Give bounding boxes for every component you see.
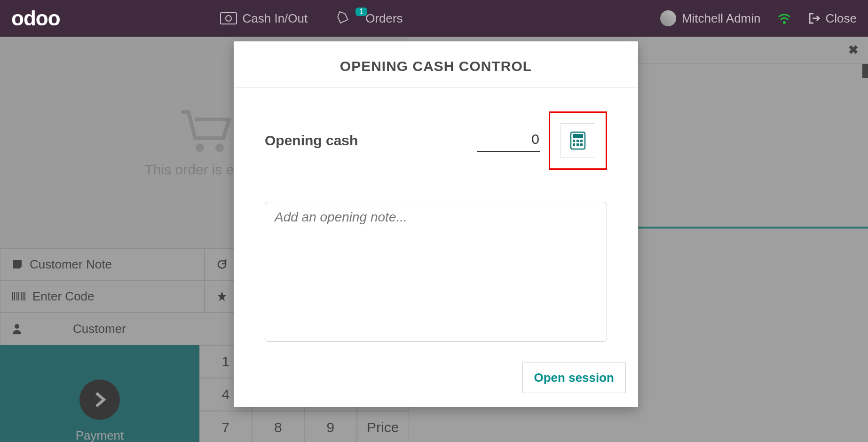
svg-rect-28 (580, 143, 583, 146)
modal-body: Opening cash (234, 88, 638, 353)
user-menu[interactable]: Mitchell Admin (660, 10, 761, 26)
close-button[interactable]: Close (808, 11, 857, 26)
tag-icon (336, 11, 350, 25)
svg-rect-22 (573, 134, 583, 138)
svg-point-2 (783, 21, 786, 24)
svg-point-1 (226, 16, 231, 21)
cash-icon (220, 12, 237, 24)
svg-rect-24 (576, 140, 579, 142)
svg-rect-23 (573, 140, 575, 142)
topbar-right: Mitchell Admin Close (660, 10, 857, 26)
opening-cash-row: Opening cash (265, 111, 607, 170)
svg-rect-26 (573, 143, 575, 146)
modal-footer: Open session (234, 353, 638, 407)
calculator-button[interactable] (560, 123, 595, 158)
cash-in-out[interactable]: Cash In/Out (220, 11, 308, 26)
cash-in-out-label: Cash In/Out (243, 11, 308, 26)
signout-icon (808, 12, 821, 25)
opening-cash-input[interactable] (477, 129, 540, 152)
wifi-icon (777, 12, 792, 24)
svg-rect-25 (580, 140, 583, 142)
svg-rect-0 (221, 13, 237, 24)
svg-rect-27 (576, 143, 579, 146)
calc-highlight (549, 111, 607, 170)
avatar (660, 10, 676, 26)
opening-note-input[interactable] (265, 202, 607, 342)
topbar: odoo Cash In/Out 1 Orders Mitchell Admin… (0, 0, 868, 37)
orders-badge: 1 (355, 8, 367, 16)
modal-title: OPENING CASH CONTROL (234, 41, 638, 88)
orders[interactable]: 1 Orders (336, 11, 402, 26)
calculator-icon (570, 131, 586, 150)
logo[interactable]: odoo (11, 7, 60, 30)
opening-cash-modal: OPENING CASH CONTROL Opening cash (234, 41, 638, 407)
close-label: Close (826, 11, 857, 26)
orders-label: Orders (365, 11, 402, 26)
user-name: Mitchell Admin (682, 11, 761, 26)
open-session-button[interactable]: Open session (522, 363, 626, 393)
opening-cash-label: Opening cash (265, 133, 469, 149)
